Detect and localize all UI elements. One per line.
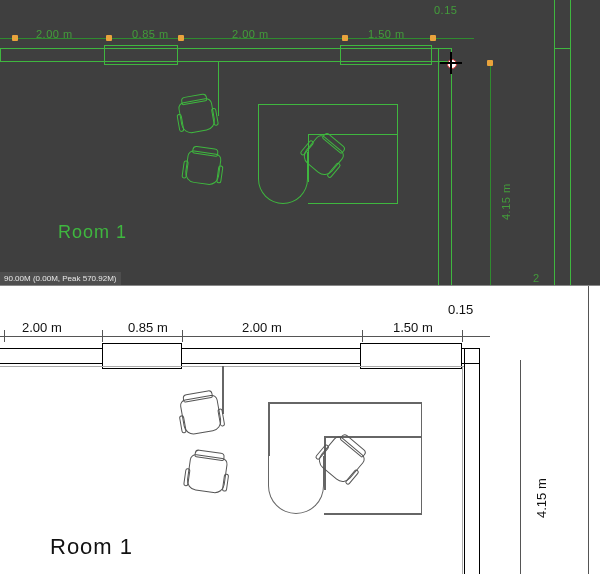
dim-top-2: 0.85 m [128,320,168,335]
room-label-light: Room 1 [50,534,133,560]
chair-left-bottom[interactable] [184,150,222,186]
dim-top-3: 2.00 m [232,28,269,40]
status-bar: 90.00M (0.00M, Peak 570.92M) [0,272,121,286]
dim-tick [178,35,184,41]
dim-top-small: 0.15 [434,4,457,16]
dim-top-3: 2.00 m [242,320,282,335]
aux-line-right-1 [588,286,589,574]
ext-tick [102,330,103,342]
ext-tick [362,330,363,342]
dim-guide-right [490,60,491,286]
dim-right-vertical: 4.15 m [500,183,512,220]
dim-tick [430,35,436,41]
dim-tick [487,60,493,66]
viewport-render-light[interactable]: 2.00 m 0.85 m 2.00 m 1.50 m 0.15 4.15 m [0,286,600,574]
viewport-edit-dark[interactable]: 2.00 m 0.85 m 2.00 m 1.50 m 0.15 4.15 m … [0,0,600,286]
dim-tick [342,35,348,41]
chair-left-top [179,394,223,436]
dim-tick [106,35,112,41]
wall-right [464,348,480,574]
dim-top-4: 1.50 m [393,320,433,335]
dim-top-4: 1.50 m [368,28,405,40]
wall-inner-line [0,366,464,367]
cursor-3d-icon[interactable] [440,52,462,74]
window-top-1[interactable] [104,45,178,65]
aux-line-right-h [554,48,570,49]
dim-top-2: 0.85 m [132,28,169,40]
dim-right-cut: 2 [533,272,540,284]
ext-tick [182,330,183,342]
ext-tick [462,330,463,342]
chair-left-bottom [186,454,229,495]
dim-guide-right [520,360,521,574]
aux-line-right-2[interactable] [570,0,571,286]
dim-right-vertical: 4.15 m [534,478,549,518]
dim-top-1: 2.00 m [36,28,73,40]
window-top-2[interactable] [340,45,432,65]
partition-stub[interactable] [218,62,219,116]
ext-tick [4,330,5,342]
dim-tick [12,35,18,41]
partition-stub [222,366,224,414]
wall-right[interactable] [438,48,452,286]
aux-line-right-1[interactable] [554,0,555,286]
status-bar-text: 90.00M (0.00M, Peak 570.92M) [4,274,117,283]
floor-plan-split-view: 2.00 m 0.85 m 2.00 m 1.50 m 0.15 4.15 m … [0,0,600,574]
dim-guide-top [0,336,490,337]
dim-top-small: 0.15 [448,302,473,317]
chair-left-top[interactable] [177,97,216,134]
room-label-dark: Room 1 [58,222,127,243]
wall-inner-line-r [462,366,463,574]
dim-top-1: 2.00 m [22,320,62,335]
